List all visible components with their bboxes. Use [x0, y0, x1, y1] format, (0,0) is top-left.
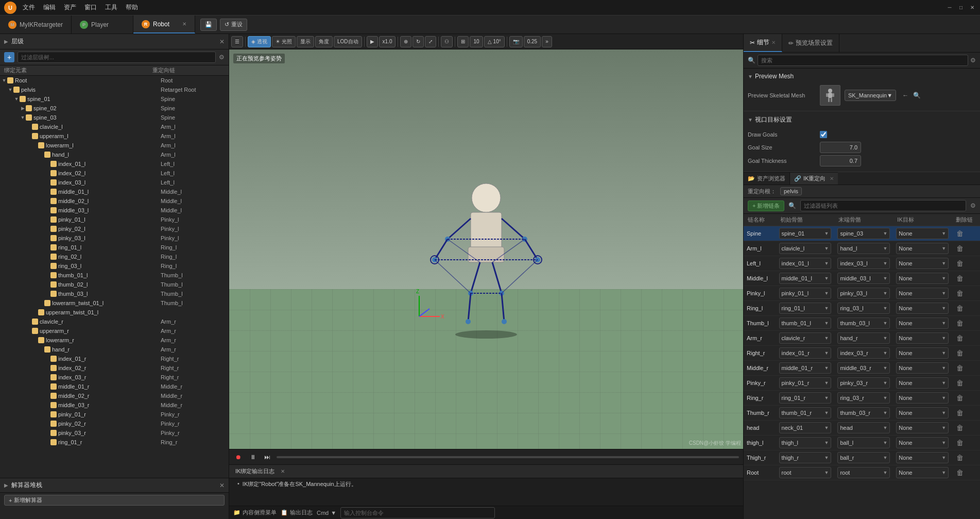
chain-table-container[interactable]: 链名称 初始骨骼 末端骨骼 IK目标 删除链 Spine spine_01 ▼	[744, 214, 980, 480]
end-bone-select[interactable]: middle_03_l ▼	[837, 273, 890, 284]
tree-item[interactable]: ring_01_l Ring_l	[0, 243, 229, 252]
tree-item[interactable]: upperarm_l Arm_l	[0, 131, 229, 141]
ik-target-select[interactable]: None ▼	[896, 317, 949, 329]
delete-chain-button[interactable]: 🗑	[955, 333, 965, 343]
cmd-btn[interactable]: Cmd ▼	[317, 510, 336, 516]
settings-icon[interactable]: ⚙	[970, 57, 976, 64]
console-input[interactable]	[340, 507, 495, 518]
tree-item[interactable]: ring_02_l Ring_l	[0, 252, 229, 261]
vp-count-btn[interactable]: 10	[470, 36, 483, 47]
ik-target-select[interactable]: None ▼	[896, 407, 949, 418]
tree-item[interactable]: lowerarm_twist_01_l Thumb_l	[0, 298, 229, 308]
content-browser-btn[interactable]: 📁 内容侧滑菜单	[233, 509, 277, 516]
tree-item[interactable]: ▼ pelvis Retarget Root	[0, 85, 229, 94]
mesh-name-select[interactable]: SK_Mannequin ▼	[845, 90, 896, 101]
ik-tab-close[interactable]: ✕	[830, 176, 834, 181]
tree-item[interactable]: clavicle_l Arm_l	[0, 122, 229, 131]
end-bone-select[interactable]: root ▼	[837, 467, 890, 478]
delete-chain-button[interactable]: 🗑	[955, 288, 965, 298]
tree-item[interactable]: middle_01_l Middle_l	[0, 187, 229, 196]
delete-chain-button[interactable]: 🗑	[955, 378, 965, 388]
solver-close[interactable]: ✕	[219, 482, 225, 489]
tree-item[interactable]: upperarm_twist_01_l	[0, 308, 229, 317]
delete-chain-button[interactable]: 🗑	[955, 243, 965, 254]
vp-play-btn[interactable]: ▶	[367, 36, 378, 47]
delete-chain-button[interactable]: 🗑	[955, 273, 965, 283]
preview-mesh-header[interactable]: ▼ Preview Mesh	[748, 71, 976, 82]
vp-rotate-btn[interactable]: ↻	[412, 36, 424, 47]
tree-item[interactable]: upperarm_r Arm_r	[0, 326, 229, 336]
start-bone-select[interactable]: clavicle_r ▼	[779, 332, 832, 344]
menu-file[interactable]: 文件	[23, 3, 35, 12]
vp-grid-btn[interactable]: ⊞	[457, 36, 469, 47]
end-bone-select[interactable]: index_03_r ▼	[837, 347, 890, 359]
tree-item[interactable]: index_01_r Right_r	[0, 354, 229, 363]
vp-show-btn[interactable]: 显示	[297, 36, 314, 47]
vp-camera-btn[interactable]: 📷	[509, 36, 523, 47]
tree-item[interactable]: middle_01_r Middle_r	[0, 382, 229, 391]
vp-lighting-btn[interactable]: ☀ 光照	[272, 36, 296, 47]
end-bone-select[interactable]: hand_l ▼	[837, 243, 890, 254]
vp-speed-btn[interactable]: x1.0	[379, 36, 396, 47]
tree-item[interactable]: hand_l Arm_l	[0, 150, 229, 159]
ik-target-select[interactable]: None ▼	[896, 467, 949, 478]
playback-track[interactable]	[277, 456, 739, 458]
delete-chain-button[interactable]: 🗑	[955, 467, 965, 478]
tree-item[interactable]: thumb_03_l Thumb_l	[0, 289, 229, 298]
end-bone-select[interactable]: head ▼	[837, 422, 890, 433]
end-bone-select[interactable]: hand_r ▼	[837, 332, 890, 344]
menu-help[interactable]: 帮助	[126, 3, 138, 12]
start-bone-select[interactable]: index_01_r ▼	[779, 347, 832, 359]
hierarchy-search-input[interactable]	[18, 52, 216, 63]
minimize-button[interactable]: ─	[946, 4, 953, 11]
tree-item[interactable]: middle_03_l Middle_l	[0, 206, 229, 215]
tree-item[interactable]: ring_01_r Ring_r	[0, 438, 229, 447]
draw-goals-checkbox[interactable]	[820, 131, 827, 138]
end-bone-select[interactable]: ring_03_l ▼	[837, 303, 890, 314]
tree-item[interactable]: pinky_03_r Pinky_r	[0, 428, 229, 438]
start-bone-select[interactable]: clavicle_l ▼	[779, 243, 832, 254]
end-bone-select[interactable]: thumb_03_l ▼	[837, 317, 890, 329]
mesh-browse-btn[interactable]: 🔍	[912, 90, 922, 101]
vp-angle-btn[interactable]: 角度	[315, 36, 333, 47]
delete-chain-button[interactable]: 🗑	[955, 408, 965, 418]
start-bone-select[interactable]: middle_01_r ▼	[779, 362, 832, 374]
start-bone-select[interactable]: thigh_r ▼	[779, 452, 832, 463]
delete-chain-button[interactable]: 🗑	[955, 453, 965, 463]
ik-target-select[interactable]: None ▼	[896, 437, 949, 448]
stop-button[interactable]: ⏭	[262, 452, 272, 462]
ik-target-select[interactable]: None ▼	[896, 332, 949, 344]
end-bone-select[interactable]: ring_03_r ▼	[837, 392, 890, 404]
add-solver-button[interactable]: + 新增解算器	[4, 495, 225, 506]
start-bone-select[interactable]: thigh_l ▼	[779, 437, 832, 448]
start-bone-select[interactable]: spine_01 ▼	[779, 228, 832, 239]
maximize-button[interactable]: □	[957, 4, 965, 11]
end-bone-select[interactable]: pinky_03_l ▼	[837, 288, 890, 299]
tree-item[interactable]: clavicle_r Arm_r	[0, 317, 229, 326]
tab-robot[interactable]: R Robot ✕	[133, 15, 195, 34]
tree-item[interactable]: pinky_01_r Pinky_r	[0, 410, 229, 419]
ik-target-select[interactable]: None ▼	[896, 452, 949, 463]
tree-item[interactable]: index_02_l Left_l	[0, 169, 229, 178]
ik-target-select[interactable]: None ▼	[896, 392, 949, 404]
output-log-btn[interactable]: 📋 输出日志	[281, 509, 313, 516]
viewport[interactable]: 正在预览参考姿势	[229, 49, 743, 449]
goal-thickness-input[interactable]	[820, 155, 861, 166]
end-bone-select[interactable]: ball_l ▼	[837, 437, 890, 448]
delete-chain-button[interactable]: 🗑	[955, 423, 965, 433]
pause-button[interactable]: ⏸	[248, 452, 258, 462]
vp-perspective-btn[interactable]: ◈ 透视	[248, 36, 271, 47]
vp-menu-btn[interactable]: ☰	[231, 36, 243, 47]
menu-asset[interactable]: 资产	[64, 3, 76, 12]
delete-chain-button[interactable]: 🗑	[955, 258, 965, 269]
chain-search-input[interactable]	[800, 200, 966, 211]
tab-myik[interactable]: M MyIKRetargeter	[0, 15, 72, 34]
delete-chain-button[interactable]: 🗑	[955, 303, 965, 313]
ik-target-select[interactable]: None ▼	[896, 422, 949, 433]
log-close[interactable]: ✕	[281, 468, 285, 474]
record-button[interactable]: ⏺	[233, 452, 244, 462]
vp-transform-btn[interactable]: ⊕	[400, 36, 411, 47]
tree-item[interactable]: hand_r Arm_r	[0, 345, 229, 354]
start-bone-select[interactable]: index_01_l ▼	[779, 258, 832, 269]
vp-scale-btn[interactable]: ⤢	[425, 36, 436, 47]
